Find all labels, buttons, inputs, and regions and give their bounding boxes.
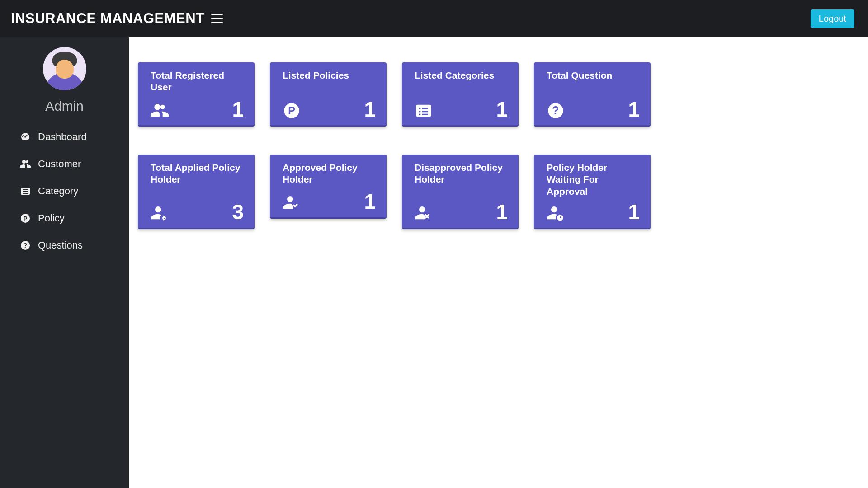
list-icon xyxy=(20,186,31,197)
app-title: INSURANCE MANAGEMENT xyxy=(11,10,205,27)
svg-text:?: ? xyxy=(552,104,559,117)
dashboard-icon xyxy=(20,131,31,142)
card-value: 1 xyxy=(232,99,244,120)
card-total-registered-user[interactable]: Total Registered User 1 xyxy=(138,62,255,127)
sidebar-item-label: Customer xyxy=(38,158,81,170)
users-icon xyxy=(20,159,31,169)
sidebar: Admin Dashboard Customer Category xyxy=(0,37,129,488)
menu-toggle-icon[interactable] xyxy=(211,14,223,23)
card-title: Policy Holder Waiting For Approval xyxy=(547,162,640,197)
sidebar-item-label: Dashboard xyxy=(38,131,87,143)
policy-p-icon: P xyxy=(283,102,301,120)
question-icon: ? xyxy=(547,102,565,120)
sidebar-nav: Dashboard Customer Category P Poli xyxy=(0,131,129,251)
card-title: Listed Policies xyxy=(283,70,376,81)
sidebar-item-label: Category xyxy=(38,185,78,197)
topbar: INSURANCE MANAGEMENT Logout xyxy=(0,0,868,37)
question-icon: ? xyxy=(20,240,31,251)
users-icon xyxy=(151,102,169,120)
svg-text:P: P xyxy=(288,105,295,117)
card-total-applied-policy-holder[interactable]: Total Applied Policy Holder 3 xyxy=(138,155,255,229)
card-listed-policies[interactable]: Listed Policies P 1 xyxy=(270,62,387,127)
svg-text:P: P xyxy=(24,215,28,222)
brand: INSURANCE MANAGEMENT xyxy=(11,10,223,27)
card-value: 3 xyxy=(232,202,244,222)
card-title: Approved Policy Holder xyxy=(283,162,376,186)
sidebar-item-category[interactable]: Category xyxy=(20,185,129,197)
card-value: 1 xyxy=(496,99,508,120)
card-title: Total Registered User xyxy=(151,70,244,94)
sidebar-item-policy[interactable]: P Policy xyxy=(20,212,129,224)
cards-row-2: Total Applied Policy Holder 3 Approved P… xyxy=(138,155,844,229)
card-value: 1 xyxy=(628,202,640,222)
sidebar-item-label: Policy xyxy=(38,212,65,224)
user-check-icon xyxy=(283,194,301,212)
card-title: Listed Categories xyxy=(415,70,508,81)
card-listed-categories[interactable]: Listed Categories 1 xyxy=(402,62,519,127)
card-value: 1 xyxy=(496,202,508,222)
card-title: Total Applied Policy Holder xyxy=(151,162,244,186)
card-value: 1 xyxy=(628,99,640,120)
sidebar-item-label: Questions xyxy=(38,239,83,251)
card-approved-policy-holder[interactable]: Approved Policy Holder 1 xyxy=(270,155,387,219)
card-value: 1 xyxy=(364,191,376,212)
card-policy-holder-waiting[interactable]: Policy Holder Waiting For Approval 1 xyxy=(534,155,651,229)
card-disapproved-policy-holder[interactable]: Disapproved Policy Holder 1 xyxy=(402,155,519,229)
user-clock-icon xyxy=(547,204,565,222)
card-title: Total Question xyxy=(547,70,640,81)
user-gear-icon xyxy=(151,204,169,222)
policy-p-icon: P xyxy=(20,213,31,224)
card-value: 1 xyxy=(364,99,376,120)
user-x-icon xyxy=(415,204,433,222)
logout-button[interactable]: Logout xyxy=(811,9,854,28)
card-total-question[interactable]: Total Question ? 1 xyxy=(534,62,651,127)
list-icon xyxy=(415,102,433,120)
main-content: Total Registered User 1 Listed Policies … xyxy=(129,37,868,488)
avatar xyxy=(43,47,86,90)
sidebar-item-customer[interactable]: Customer xyxy=(20,158,129,170)
card-title: Disapproved Policy Holder xyxy=(415,162,508,186)
cards-row-1: Total Registered User 1 Listed Policies … xyxy=(138,62,844,127)
user-role-label: Admin xyxy=(45,99,84,114)
sidebar-item-questions[interactable]: ? Questions xyxy=(20,239,129,251)
sidebar-item-dashboard[interactable]: Dashboard xyxy=(20,131,129,143)
svg-text:?: ? xyxy=(24,242,28,249)
